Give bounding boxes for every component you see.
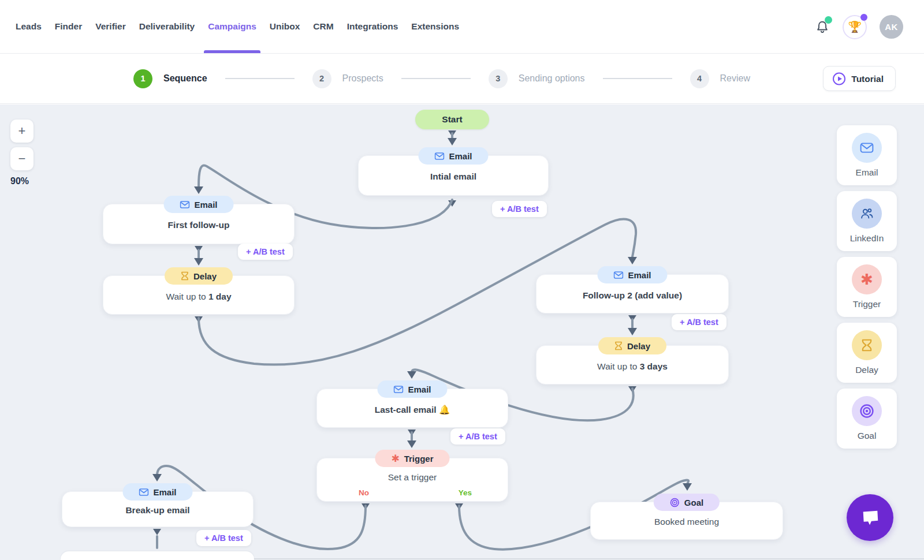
palette-label: Email bbox=[856, 167, 878, 178]
step-prospects[interactable]: 2 Prospects bbox=[312, 69, 383, 88]
nav-item-integrations[interactable]: Integrations bbox=[347, 0, 398, 53]
step-label: Review bbox=[720, 73, 750, 84]
palette-item-delay[interactable]: Delay bbox=[837, 323, 897, 383]
pill-label: Goal bbox=[684, 498, 703, 507]
email-type-pill: Email bbox=[597, 266, 667, 283]
zoom-in-button[interactable]: + bbox=[10, 120, 33, 143]
nav-item-crm[interactable]: CRM bbox=[313, 0, 333, 53]
main-nav: Leads Finder Verifier Deliverability Cam… bbox=[0, 0, 459, 53]
node-delay-1-day[interactable]: Delay Wait up to 1 day bbox=[103, 275, 295, 315]
delay-icon bbox=[852, 330, 882, 360]
nav-item-leads[interactable]: Leads bbox=[16, 0, 42, 53]
nav-item-deliverability[interactable]: Deliverability bbox=[139, 0, 195, 53]
trigger-type-pill: ✱ Trigger bbox=[375, 450, 449, 467]
mail-icon bbox=[613, 271, 623, 279]
top-nav: Leads Finder Verifier Deliverability Cam… bbox=[0, 0, 924, 54]
nav-item-campaigns[interactable]: Campaigns bbox=[208, 0, 256, 53]
nav-item-unibox[interactable]: Unibox bbox=[270, 0, 300, 53]
asterisk-icon: ✱ bbox=[391, 454, 399, 464]
step-sending-options[interactable]: 3 Sending options bbox=[489, 69, 585, 88]
node-goal-booked-meeting[interactable]: Goal Booked meeting bbox=[590, 502, 783, 540]
node-title: First follow-up bbox=[103, 220, 294, 230]
sequence-canvas: + − 90% Start Email Intial email + A/B t… bbox=[0, 104, 924, 560]
tutorial-label: Tutorial bbox=[851, 73, 884, 84]
nav-item-extensions[interactable]: Extensions bbox=[411, 0, 459, 53]
linkedin-icon bbox=[852, 199, 882, 229]
delay-duration: 1 day bbox=[208, 292, 232, 301]
palette-label: Delay bbox=[855, 365, 878, 375]
user-avatar[interactable]: AK bbox=[880, 15, 903, 39]
email-type-pill: Email bbox=[377, 380, 447, 398]
zoom-controls: + − 90% bbox=[10, 120, 33, 186]
step-review[interactable]: 4 Review bbox=[690, 69, 750, 88]
step-connector bbox=[225, 78, 295, 79]
trigger-icon: ✱ bbox=[852, 264, 882, 294]
nav-right-cluster: 🏆 AK bbox=[815, 0, 903, 54]
chat-widget-button[interactable] bbox=[847, 494, 893, 541]
trophy-icon: 🏆 bbox=[848, 20, 862, 33]
chat-icon bbox=[859, 507, 881, 528]
mail-icon bbox=[434, 152, 444, 160]
palette-label: LinkedIn bbox=[850, 233, 884, 244]
wizard-stepper: 1 Sequence 2 Prospects 3 Sending options… bbox=[0, 54, 924, 104]
trigger-ports: No Yes bbox=[317, 488, 508, 497]
palette-item-email[interactable]: Email bbox=[837, 125, 897, 185]
hourglass-icon bbox=[614, 341, 623, 350]
email-type-pill: Email bbox=[163, 196, 233, 213]
pill-label: Email bbox=[153, 487, 176, 497]
goal-icon bbox=[852, 396, 882, 426]
palette-item-goal[interactable]: Goal bbox=[837, 389, 897, 449]
node-followup-2[interactable]: Email Follow-up 2 (add value) bbox=[536, 274, 729, 313]
node-set-trigger[interactable]: ✱ Trigger Set a trigger No Yes bbox=[316, 458, 508, 502]
nav-item-finder[interactable]: Finder bbox=[55, 0, 82, 53]
goal-type-pill: Goal bbox=[654, 494, 720, 511]
palette-label: Trigger bbox=[853, 299, 881, 309]
ab-test-button[interactable]: + A/B test bbox=[492, 201, 547, 217]
step-number: 3 bbox=[489, 69, 508, 88]
trigger-no-port[interactable]: No bbox=[359, 488, 369, 497]
target-icon bbox=[670, 498, 680, 507]
tutorial-button[interactable]: Tutorial bbox=[823, 66, 896, 91]
node-breakup-email[interactable]: Email Break-up email bbox=[62, 491, 254, 527]
achievements-button[interactable]: 🏆 bbox=[843, 15, 867, 39]
palette-item-linkedin[interactable]: LinkedIn bbox=[837, 191, 897, 251]
delay-prefix: Wait up to bbox=[597, 361, 640, 371]
trigger-yes-port[interactable]: Yes bbox=[459, 488, 472, 497]
step-sequence[interactable]: 1 Sequence bbox=[133, 69, 207, 88]
palette-item-trigger[interactable]: ✱ Trigger bbox=[837, 257, 897, 317]
step-number: 4 bbox=[690, 69, 709, 88]
pill-label: Email bbox=[628, 270, 651, 280]
ab-test-button[interactable]: + A/B test bbox=[672, 314, 726, 330]
node-title: Intial email bbox=[359, 171, 548, 182]
mail-icon bbox=[139, 488, 148, 496]
step-number: 2 bbox=[312, 69, 331, 88]
mail-icon bbox=[393, 386, 403, 393]
delay-type-pill: Delay bbox=[598, 337, 666, 354]
play-icon bbox=[833, 72, 845, 85]
node-first-followup[interactable]: Email First follow-up bbox=[103, 204, 295, 244]
pill-label: Delay bbox=[193, 271, 217, 281]
delay-prefix: Wait up to bbox=[166, 292, 208, 301]
node-start[interactable]: Start bbox=[415, 110, 489, 129]
zoom-level: 90% bbox=[10, 176, 33, 186]
nav-item-verifier[interactable]: Verifier bbox=[95, 0, 126, 53]
pill-label: Email bbox=[408, 384, 431, 394]
node-title: Follow-up 2 (add value) bbox=[536, 290, 728, 301]
node-title: Break-up email bbox=[62, 505, 253, 516]
node-lastcall-email[interactable]: Email Last-call email 🔔 bbox=[316, 389, 508, 428]
email-icon bbox=[852, 133, 882, 163]
notification-dot bbox=[825, 16, 832, 24]
node-delay-3-days[interactable]: Delay Wait up to 3 days bbox=[536, 345, 729, 384]
node-cutoff-bottom[interactable] bbox=[61, 551, 254, 560]
notifications-button[interactable] bbox=[815, 20, 830, 35]
ab-test-button[interactable]: + A/B test bbox=[238, 244, 293, 260]
zoom-out-button[interactable]: − bbox=[10, 147, 33, 170]
ab-test-button[interactable]: + A/B test bbox=[196, 530, 251, 546]
delay-type-pill: Delay bbox=[165, 267, 233, 285]
campaign-builder-app: Leads Finder Verifier Deliverability Cam… bbox=[0, 0, 924, 560]
delay-duration: 3 days bbox=[640, 361, 668, 371]
email-type-pill: Email bbox=[418, 147, 488, 165]
ab-test-button[interactable]: + A/B test bbox=[450, 428, 505, 445]
node-intial-email[interactable]: Email Intial email bbox=[358, 155, 549, 196]
pill-label: Email bbox=[194, 200, 217, 210]
